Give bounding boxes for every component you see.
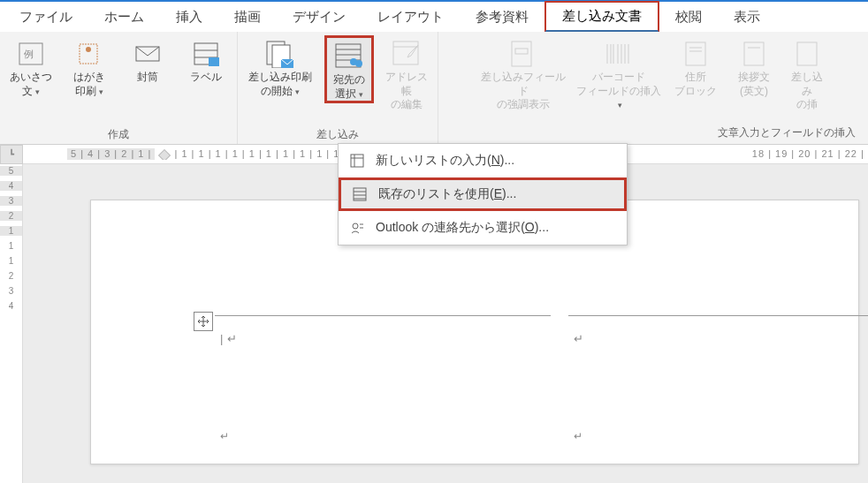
group-start-label: 差し込み [316, 125, 359, 142]
ribbon-tab-strip: ファイル ホーム 挿入 描画 デザイン レイアウト 参考資料 差し込み文書 校閲… [0, 0, 868, 32]
svg-rect-34 [797, 42, 817, 65]
return-mark: ↵ [220, 430, 229, 442]
label-button[interactable]: ラベル [180, 35, 232, 85]
paragraph-mark: ↵ [227, 332, 237, 345]
menu-new-list[interactable]: 新しいリストの入力(N)... [339, 144, 627, 177]
svg-rect-35 [351, 155, 363, 167]
group-start-merge: 差し込み印刷 の開始▾ 宛先の 選択▾ アドレス帳 の編集 差し込み [238, 32, 438, 144]
postcard-print-button[interactable]: はがき 印刷▾ [64, 35, 115, 98]
tab-review[interactable]: 校閲 [659, 4, 718, 31]
label-cell-2[interactable]: ↵ ↵ [568, 315, 868, 448]
tab-home[interactable]: ホーム [88, 4, 160, 31]
return-mark: ↵ [574, 430, 582, 442]
table-move-handle[interactable] [194, 312, 213, 331]
postcard-icon [74, 39, 104, 69]
address-block-icon [681, 39, 711, 69]
svg-rect-18 [393, 42, 418, 64]
label-icon [191, 39, 221, 69]
group-create-label: 作成 [108, 125, 129, 142]
tab-insert[interactable]: 挿入 [160, 4, 218, 31]
insert-merge-field-button[interactable]: 差し込み の挿 [787, 35, 827, 112]
greeting-text-button[interactable]: 例 あいさつ 文▾ [5, 35, 57, 98]
group-write-insert-label: 文章入力とフィールドの挿入 [718, 112, 863, 142]
svg-point-42 [353, 223, 358, 229]
group-write-insert: 差し込みフィールド の強調表示 バーコード フィールドの挿入▾ 住所 ブロック … [438, 32, 868, 144]
tab-draw[interactable]: 描画 [218, 4, 277, 31]
greeting-line-button[interactable]: 挨拶文 (英文) [728, 35, 780, 98]
svg-rect-21 [515, 49, 528, 54]
start-mail-merge-button[interactable]: 差し込み印刷 の開始▾ [243, 35, 317, 98]
select-recipients-icon [334, 42, 364, 72]
tab-layout[interactable]: レイアウト [362, 4, 460, 31]
new-list-icon [349, 153, 365, 169]
tab-design[interactable]: デザイン [277, 4, 362, 31]
tab-selector[interactable]: ┗ [0, 145, 23, 164]
insert-merge-field-icon [792, 39, 822, 69]
menu-outlook-contacts[interactable]: Outlook の連絡先から選択(O)... [339, 211, 627, 245]
start-mail-merge-icon [265, 39, 295, 69]
edit-recipient-list-icon [392, 39, 422, 69]
tab-file[interactable]: ファイル [4, 4, 88, 31]
svg-rect-8 [209, 57, 219, 66]
paragraph-mark: ↵ [574, 332, 583, 345]
tab-mailings[interactable]: 差し込み文書 [544, 1, 659, 33]
outlook-contacts-icon [349, 220, 365, 236]
greeting-icon: 例 [16, 39, 46, 69]
svg-text:例: 例 [24, 49, 34, 59]
highlight-merge-fields-button[interactable]: 差し込みフィールド の強調表示 [479, 35, 567, 112]
svg-point-3 [86, 47, 91, 52]
highlight-fields-icon [508, 39, 538, 69]
select-recipients-button[interactable]: 宛先の 選択▾ [324, 35, 374, 103]
envelope-icon [133, 39, 163, 69]
menu-existing-list[interactable]: 既存のリストを使用(E)... [339, 177, 627, 211]
address-block-button[interactable]: 住所 ブロック [670, 35, 721, 98]
select-recipients-menu: 新しいリストの入力(N)... 既存のリストを使用(E)... Outlook … [338, 143, 628, 245]
envelope-button[interactable]: 封筒 [122, 35, 173, 85]
svg-point-17 [355, 60, 362, 67]
ribbon-body: 例 あいさつ 文▾ はがき 印刷▾ 封筒 ラベル [0, 32, 868, 145]
svg-rect-29 [686, 42, 705, 65]
text-cursor: | [220, 332, 223, 345]
edit-recipient-list-button[interactable]: アドレス帳 の編集 [381, 35, 432, 112]
svg-rect-32 [744, 42, 764, 65]
barcode-icon [604, 39, 634, 69]
existing-list-icon [352, 186, 368, 202]
greeting-line-icon [739, 39, 769, 69]
group-create: 例 あいさつ 文▾ はがき 印刷▾ 封筒 ラベル [0, 32, 238, 144]
tab-view[interactable]: 表示 [718, 4, 776, 31]
barcode-field-button[interactable]: バーコード フィールドの挿入▾ [575, 35, 663, 112]
move-handle-icon [197, 315, 209, 328]
vertical-ruler[interactable]: 5 4 3 2 1 1 1 2 3 4 [0, 164, 23, 483]
tab-references[interactable]: 参考資料 [460, 4, 544, 31]
label-cell-1[interactable]: | ↵ ↵ [215, 315, 551, 448]
left-margin-marker[interactable] [158, 148, 171, 159]
